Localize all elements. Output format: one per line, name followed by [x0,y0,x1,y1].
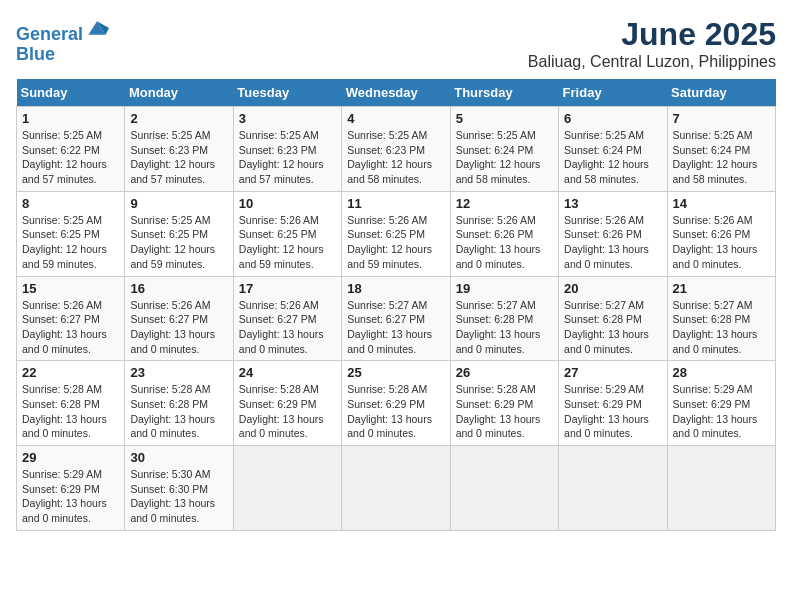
calendar-day-cell: 20Sunrise: 5:27 AMSunset: 6:28 PMDayligh… [559,276,667,361]
day-number: 10 [239,196,336,211]
calendar-day-cell: 13Sunrise: 5:26 AMSunset: 6:26 PMDayligh… [559,191,667,276]
day-number: 29 [22,450,119,465]
logo-general: General [16,24,83,44]
calendar-day-cell: 17Sunrise: 5:26 AMSunset: 6:27 PMDayligh… [233,276,341,361]
day-detail: Sunrise: 5:26 AMSunset: 6:27 PMDaylight:… [239,298,336,357]
calendar-week-row: 22Sunrise: 5:28 AMSunset: 6:28 PMDayligh… [17,361,776,446]
calendar-day-cell: 8Sunrise: 5:25 AMSunset: 6:25 PMDaylight… [17,191,125,276]
calendar-day-cell: 9Sunrise: 5:25 AMSunset: 6:25 PMDaylight… [125,191,233,276]
day-detail: Sunrise: 5:28 AMSunset: 6:28 PMDaylight:… [130,382,227,441]
calendar-week-row: 1Sunrise: 5:25 AMSunset: 6:22 PMDaylight… [17,107,776,192]
day-number: 25 [347,365,444,380]
day-detail: Sunrise: 5:25 AMSunset: 6:25 PMDaylight:… [130,213,227,272]
calendar-day-cell: 26Sunrise: 5:28 AMSunset: 6:29 PMDayligh… [450,361,558,446]
calendar-day-cell: 25Sunrise: 5:28 AMSunset: 6:29 PMDayligh… [342,361,450,446]
calendar-day-cell: 24Sunrise: 5:28 AMSunset: 6:29 PMDayligh… [233,361,341,446]
calendar-day-cell [667,446,775,531]
calendar-day-cell: 15Sunrise: 5:26 AMSunset: 6:27 PMDayligh… [17,276,125,361]
day-detail: Sunrise: 5:25 AMSunset: 6:22 PMDaylight:… [22,128,119,187]
calendar-day-cell: 22Sunrise: 5:28 AMSunset: 6:28 PMDayligh… [17,361,125,446]
calendar-week-row: 15Sunrise: 5:26 AMSunset: 6:27 PMDayligh… [17,276,776,361]
day-number: 19 [456,281,553,296]
day-detail: Sunrise: 5:27 AMSunset: 6:28 PMDaylight:… [673,298,770,357]
day-number: 27 [564,365,661,380]
day-detail: Sunrise: 5:25 AMSunset: 6:23 PMDaylight:… [239,128,336,187]
calendar-day-cell: 29Sunrise: 5:29 AMSunset: 6:29 PMDayligh… [17,446,125,531]
day-number: 8 [22,196,119,211]
calendar-day-cell: 14Sunrise: 5:26 AMSunset: 6:26 PMDayligh… [667,191,775,276]
day-number: 9 [130,196,227,211]
day-number: 28 [673,365,770,380]
calendar-day-cell: 27Sunrise: 5:29 AMSunset: 6:29 PMDayligh… [559,361,667,446]
day-detail: Sunrise: 5:30 AMSunset: 6:30 PMDaylight:… [130,467,227,526]
main-title: June 2025 [528,16,776,53]
calendar-day-cell: 18Sunrise: 5:27 AMSunset: 6:27 PMDayligh… [342,276,450,361]
weekday-header-saturday: Saturday [667,79,775,107]
calendar-day-cell: 19Sunrise: 5:27 AMSunset: 6:28 PMDayligh… [450,276,558,361]
day-detail: Sunrise: 5:27 AMSunset: 6:28 PMDaylight:… [456,298,553,357]
day-detail: Sunrise: 5:25 AMSunset: 6:23 PMDaylight:… [130,128,227,187]
day-detail: Sunrise: 5:25 AMSunset: 6:23 PMDaylight:… [347,128,444,187]
day-detail: Sunrise: 5:25 AMSunset: 6:24 PMDaylight:… [564,128,661,187]
day-detail: Sunrise: 5:28 AMSunset: 6:28 PMDaylight:… [22,382,119,441]
calendar-table: SundayMondayTuesdayWednesdayThursdayFrid… [16,79,776,531]
day-number: 16 [130,281,227,296]
day-number: 5 [456,111,553,126]
day-detail: Sunrise: 5:26 AMSunset: 6:26 PMDaylight:… [673,213,770,272]
weekday-header-sunday: Sunday [17,79,125,107]
calendar-day-cell: 2Sunrise: 5:25 AMSunset: 6:23 PMDaylight… [125,107,233,192]
day-detail: Sunrise: 5:26 AMSunset: 6:26 PMDaylight:… [564,213,661,272]
calendar-day-cell [559,446,667,531]
day-number: 14 [673,196,770,211]
day-number: 15 [22,281,119,296]
day-number: 11 [347,196,444,211]
logo-blue: Blue [16,44,55,64]
day-number: 2 [130,111,227,126]
day-detail: Sunrise: 5:28 AMSunset: 6:29 PMDaylight:… [239,382,336,441]
calendar-day-cell: 4Sunrise: 5:25 AMSunset: 6:23 PMDaylight… [342,107,450,192]
calendar-day-cell: 6Sunrise: 5:25 AMSunset: 6:24 PMDaylight… [559,107,667,192]
day-number: 20 [564,281,661,296]
day-number: 18 [347,281,444,296]
day-number: 7 [673,111,770,126]
calendar-day-cell: 23Sunrise: 5:28 AMSunset: 6:28 PMDayligh… [125,361,233,446]
day-detail: Sunrise: 5:29 AMSunset: 6:29 PMDaylight:… [564,382,661,441]
day-detail: Sunrise: 5:26 AMSunset: 6:27 PMDaylight:… [22,298,119,357]
page-header: General Blue June 2025 Baliuag, Central … [16,16,776,71]
day-detail: Sunrise: 5:29 AMSunset: 6:29 PMDaylight:… [22,467,119,526]
calendar-day-cell: 21Sunrise: 5:27 AMSunset: 6:28 PMDayligh… [667,276,775,361]
day-detail: Sunrise: 5:27 AMSunset: 6:28 PMDaylight:… [564,298,661,357]
calendar-day-cell: 28Sunrise: 5:29 AMSunset: 6:29 PMDayligh… [667,361,775,446]
calendar-day-cell: 12Sunrise: 5:26 AMSunset: 6:26 PMDayligh… [450,191,558,276]
weekday-header-tuesday: Tuesday [233,79,341,107]
calendar-day-cell: 7Sunrise: 5:25 AMSunset: 6:24 PMDaylight… [667,107,775,192]
day-detail: Sunrise: 5:26 AMSunset: 6:26 PMDaylight:… [456,213,553,272]
calendar-day-cell: 30Sunrise: 5:30 AMSunset: 6:30 PMDayligh… [125,446,233,531]
day-detail: Sunrise: 5:26 AMSunset: 6:27 PMDaylight:… [130,298,227,357]
day-detail: Sunrise: 5:27 AMSunset: 6:27 PMDaylight:… [347,298,444,357]
logo: General Blue [16,20,109,65]
day-detail: Sunrise: 5:28 AMSunset: 6:29 PMDaylight:… [456,382,553,441]
day-detail: Sunrise: 5:25 AMSunset: 6:25 PMDaylight:… [22,213,119,272]
calendar-week-row: 29Sunrise: 5:29 AMSunset: 6:29 PMDayligh… [17,446,776,531]
title-area: June 2025 Baliuag, Central Luzon, Philip… [528,16,776,71]
calendar-day-cell: 10Sunrise: 5:26 AMSunset: 6:25 PMDayligh… [233,191,341,276]
weekday-header-thursday: Thursday [450,79,558,107]
calendar-day-cell: 1Sunrise: 5:25 AMSunset: 6:22 PMDaylight… [17,107,125,192]
weekday-header-wednesday: Wednesday [342,79,450,107]
day-number: 21 [673,281,770,296]
day-number: 22 [22,365,119,380]
day-number: 23 [130,365,227,380]
calendar-day-cell [233,446,341,531]
calendar-day-cell: 11Sunrise: 5:26 AMSunset: 6:25 PMDayligh… [342,191,450,276]
day-detail: Sunrise: 5:28 AMSunset: 6:29 PMDaylight:… [347,382,444,441]
calendar-day-cell: 5Sunrise: 5:25 AMSunset: 6:24 PMDaylight… [450,107,558,192]
weekday-header-friday: Friday [559,79,667,107]
day-number: 1 [22,111,119,126]
day-number: 30 [130,450,227,465]
day-number: 12 [456,196,553,211]
day-number: 17 [239,281,336,296]
day-number: 4 [347,111,444,126]
day-number: 13 [564,196,661,211]
day-number: 26 [456,365,553,380]
